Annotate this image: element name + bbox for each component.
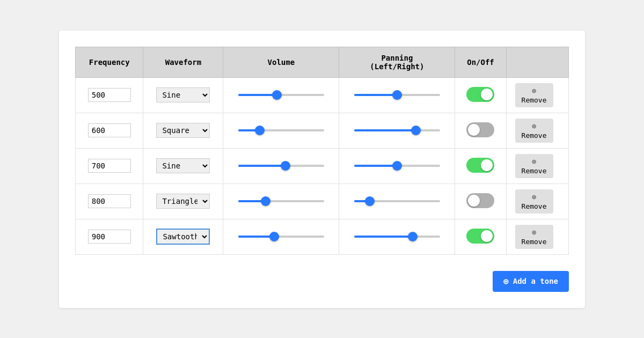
remove-label-1: Remove: [522, 131, 547, 139]
freq-cell-1: [76, 113, 143, 148]
volume-cell-2: [223, 148, 339, 183]
col-header-panning: Panning (Left/Right): [339, 47, 455, 77]
panning-fill-4: [354, 236, 413, 238]
panning-cell-4: [339, 219, 455, 254]
add-tone-button[interactable]: ⊕ Add a tone: [493, 271, 569, 292]
panning-cell-1: [339, 113, 455, 148]
freq-input-2[interactable]: [88, 159, 131, 173]
panning-track-3: [354, 200, 440, 202]
toggle-4[interactable]: [466, 229, 494, 244]
volume-thumb-4: [269, 232, 279, 241]
remove-label-2: Remove: [522, 167, 547, 175]
freq-cell-3: [76, 183, 143, 219]
panning-slider-1[interactable]: [354, 125, 440, 136]
remove-cell-3: ⊗ Remove: [506, 183, 568, 219]
remove-icon-0: ⊗: [532, 86, 536, 95]
remove-cell-2: ⊗ Remove: [506, 148, 568, 183]
remove-label-0: Remove: [522, 96, 547, 104]
remove-cell-1: ⊗ Remove: [506, 113, 568, 148]
toggle-3[interactable]: [466, 193, 494, 208]
volume-fill-4: [238, 236, 274, 238]
volume-thumb-3: [261, 196, 270, 206]
remove-icon-4: ⊗: [532, 228, 536, 237]
volume-slider-4[interactable]: [238, 231, 324, 242]
remove-label-3: Remove: [522, 202, 547, 210]
volume-cell-3: [223, 183, 339, 219]
toggle-knob-4: [481, 230, 493, 242]
waveform-select-0[interactable]: SineSquareTriangleSawtooth: [156, 87, 210, 102]
volume-track-2: [238, 165, 324, 167]
toggle-knob-3: [468, 195, 480, 207]
panning-cell-3: [339, 183, 455, 219]
waveform-cell-0: SineSquareTriangleSawtooth: [143, 77, 223, 113]
volume-track-3: [238, 200, 324, 202]
table-row: SineSquareTriangleSawtooth ⊗ Remove: [76, 183, 569, 219]
onoff-cell-0: [455, 77, 506, 113]
panning-track-1: [354, 129, 440, 131]
volume-track-4: [238, 236, 324, 238]
volume-thumb-0: [272, 90, 282, 100]
panning-thumb-2: [392, 161, 402, 171]
table-header-row: Frequency Waveform Volume Panning (Left/…: [76, 47, 569, 77]
panning-track-0: [354, 94, 440, 96]
button-row: ⊕ Add a tone: [75, 262, 569, 292]
volume-cell-1: [223, 113, 339, 148]
panning-thumb-4: [408, 232, 418, 241]
panning-thumb-0: [392, 90, 402, 100]
panning-slider-2[interactable]: [354, 160, 440, 171]
tones-table: Frequency Waveform Volume Panning (Left/…: [75, 47, 569, 255]
waveform-cell-3: SineSquareTriangleSawtooth: [143, 183, 223, 219]
add-tone-label: Add a tone: [513, 277, 558, 285]
freq-input-4[interactable]: [88, 230, 131, 244]
toggle-2[interactable]: [466, 158, 494, 173]
toggle-knob-2: [481, 159, 493, 171]
remove-button-0[interactable]: ⊗ Remove: [515, 83, 553, 107]
volume-slider-0[interactable]: [238, 90, 324, 100]
remove-button-3[interactable]: ⊗ Remove: [515, 189, 553, 214]
main-container: Frequency Waveform Volume Panning (Left/…: [59, 31, 585, 308]
toggle-0[interactable]: [466, 87, 494, 102]
waveform-cell-2: SineSquareTriangleSawtooth: [143, 148, 223, 183]
table-row: SineSquareTriangleSawtooth ⊗ Remove: [76, 113, 569, 148]
remove-button-1[interactable]: ⊗ Remove: [515, 119, 553, 143]
panning-thumb-1: [411, 126, 421, 135]
panning-cell-2: [339, 148, 455, 183]
volume-slider-1[interactable]: [238, 125, 324, 136]
freq-input-0[interactable]: [88, 88, 131, 102]
remove-button-2[interactable]: ⊗ Remove: [515, 154, 553, 178]
waveform-select-3[interactable]: SineSquareTriangleSawtooth: [156, 194, 210, 209]
table-row: SineSquareTriangleSawtooth ⊗ Remove: [76, 148, 569, 183]
panning-slider-4[interactable]: [354, 231, 440, 242]
freq-input-1[interactable]: [88, 123, 131, 137]
waveform-cell-4: SineSquareTriangleSawtooth: [143, 219, 223, 254]
volume-slider-2[interactable]: [238, 160, 324, 171]
waveform-select-2[interactable]: SineSquareTriangleSawtooth: [156, 158, 210, 173]
remove-button-4[interactable]: ⊗ Remove: [515, 225, 553, 249]
volume-slider-3[interactable]: [238, 196, 324, 207]
volume-fill-0: [238, 94, 277, 96]
panning-fill-2: [354, 165, 397, 167]
col-header-waveform: Waveform: [143, 47, 223, 77]
volume-cell-4: [223, 219, 339, 254]
onoff-cell-1: [455, 113, 506, 148]
toggle-1[interactable]: [466, 122, 494, 137]
panning-slider-0[interactable]: [354, 90, 440, 100]
remove-label-4: Remove: [522, 238, 547, 246]
col-header-actions: [506, 47, 568, 77]
add-tone-icon: ⊕: [503, 276, 509, 286]
table-row: SineSquareTriangleSawtooth ⊗ Remove: [76, 219, 569, 254]
remove-cell-4: ⊗ Remove: [506, 219, 568, 254]
volume-track-1: [238, 129, 324, 131]
waveform-select-4[interactable]: SineSquareTriangleSawtooth: [156, 229, 210, 245]
waveform-cell-1: SineSquareTriangleSawtooth: [143, 113, 223, 148]
volume-thumb-1: [255, 126, 265, 135]
table-row: SineSquareTriangleSawtooth ⊗ Remove: [76, 77, 569, 113]
panning-slider-3[interactable]: [354, 196, 440, 207]
panning-track-4: [354, 236, 440, 238]
toggle-knob-0: [481, 89, 493, 100]
waveform-select-1[interactable]: SineSquareTriangleSawtooth: [156, 123, 210, 138]
col-header-frequency: Frequency: [76, 47, 143, 77]
freq-input-3[interactable]: [88, 194, 131, 208]
panning-fill-1: [354, 129, 416, 131]
onoff-cell-4: [455, 219, 506, 254]
